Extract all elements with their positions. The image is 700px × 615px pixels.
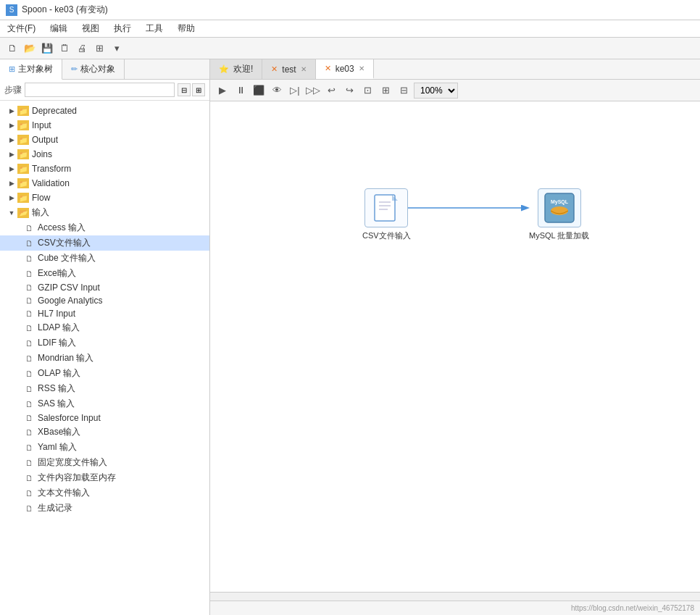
csv-input-icon (373, 193, 399, 222)
search-bar: 步骤 ⊟ ⊞ (0, 80, 209, 101)
tree-item-ldif[interactable]: 🗋 LDIF 输入 (0, 335, 209, 351)
tab-main-objects[interactable]: ⊞ 主对象树 (0, 59, 62, 80)
file-icon-file-to-memory: 🗋 (23, 473, 35, 483)
label-output: Output (32, 135, 58, 145)
csv-input-node[interactable]: CSV文件输入 (362, 188, 411, 241)
tree-item-xbase[interactable]: 🗋 XBase输入 (0, 424, 209, 440)
main-toolbar: 🗋 📂 💾 🗒 🖨 ⊞ ▾ (0, 38, 700, 59)
tree-item-access[interactable]: 🗋 Access 输入 (0, 220, 209, 235)
tree-item-ldap[interactable]: 🗋 LDAP 输入 (0, 320, 209, 335)
stop-button[interactable]: ⬛ (251, 83, 267, 99)
preview-button[interactable]: 👁 (269, 83, 285, 99)
tree-item-joins[interactable]: ▶ 📁 Joins (0, 147, 209, 162)
tab-ke03[interactable]: ✕ ke03 ✕ (316, 59, 374, 79)
toolbar-saveas[interactable]: 🗒 (57, 41, 72, 57)
file-icon-csv: 🗋 (23, 238, 35, 248)
tree-item-text-file[interactable]: 🗋 文本文件输入 (0, 485, 209, 501)
menu-tools[interactable]: 工具 (141, 21, 167, 36)
zoom-out-button[interactable]: ⊟ (396, 83, 412, 99)
tab-test-label: test (282, 64, 296, 75)
menu-view[interactable]: 视图 (78, 21, 104, 36)
tab-test[interactable]: ✕ test ✕ (262, 59, 315, 79)
menu-file[interactable]: 文件(F) (3, 21, 40, 36)
tab-test-close[interactable]: ✕ (301, 65, 307, 73)
file-icon-salesforce: 🗋 (23, 413, 35, 423)
tab-core-objects-label: 核心对象 (80, 63, 115, 75)
undo-button[interactable]: ↩ (323, 83, 339, 99)
tree-item-flow[interactable]: ▶ 📁 Flow (0, 191, 209, 205)
toolbar-new[interactable]: 🗋 (4, 41, 20, 57)
tree-item-hl7[interactable]: 🗋 HL7 Input (0, 307, 209, 320)
mysql-output-box: MySQL (538, 188, 581, 227)
tree-item-mondrian[interactable]: 🗋 Mondrian 输入 (0, 351, 209, 366)
mysql-output-node[interactable]: MySQL MySQL 批量加载 (529, 188, 589, 241)
tree-item-rss[interactable]: 🗋 RSS 输入 (0, 381, 209, 396)
toolbar-open[interactable]: 📂 (22, 41, 38, 57)
label-ldap: LDAP 输入 (38, 322, 80, 334)
search-input[interactable] (25, 83, 175, 97)
tree-item-deprecated[interactable]: ▶ 📁 Deprecated (0, 104, 209, 118)
tab-core-objects[interactable]: ✏ 核心对象 (62, 59, 125, 79)
toolbar-save[interactable]: 💾 (39, 41, 55, 57)
step-button[interactable]: ▷| (287, 83, 303, 99)
tree-item-cube[interactable]: 🗋 Cube 文件输入 (0, 251, 209, 266)
canvas-area[interactable]: CSV文件输入 MySQL MySQL 批量加载 (210, 101, 700, 592)
menu-edit[interactable]: 编辑 (46, 21, 72, 36)
toggle-input: ▶ (6, 120, 17, 131)
toggle-input-cn: ▼ (6, 207, 17, 219)
label-file-to-memory: 文件内容加载至内存 (38, 472, 116, 484)
status-right: https://blog.csdn.net/weixin_46752178 (571, 604, 694, 612)
file-icon-cube: 🗋 (23, 254, 35, 264)
tree-item-google-analytics[interactable]: 🗋 Google Analytics (0, 294, 209, 307)
canvas-hscroll[interactable] (210, 592, 700, 601)
label-access: Access 输入 (38, 222, 86, 234)
tree-item-sas[interactable]: 🗋 SAS 输入 (0, 396, 209, 411)
toolbar-dropdown[interactable]: ▾ (109, 41, 125, 57)
align-button[interactable]: ⊡ (359, 83, 375, 99)
label-excel: Excel输入 (38, 267, 76, 280)
toggle-transform: ▶ (6, 163, 17, 175)
svg-rect-2 (375, 195, 395, 221)
run-options-button[interactable]: ▷▷ (305, 83, 321, 99)
tree-item-input[interactable]: ▶ 📁 Input (0, 118, 209, 133)
label-ldif: LDIF 输入 (38, 337, 76, 349)
tree-item-validation[interactable]: ▶ 📁 Validation (0, 176, 209, 191)
tree-item-transform[interactable]: ▶ 📁 Transform (0, 162, 209, 176)
folder-icon-input: 📁 (17, 120, 29, 130)
toolbar-layers[interactable]: ⊞ (91, 41, 107, 57)
tree-item-gzip[interactable]: 🗋 GZIP CSV Input (0, 281, 209, 294)
label-olap: OLAP 输入 (38, 367, 80, 380)
tree-item-fixed-width[interactable]: 🗋 固定宽度文件输入 (0, 455, 209, 470)
app-icon: S (6, 4, 17, 16)
file-icon-ldap: 🗋 (23, 323, 35, 333)
tree-item-salesforce[interactable]: 🗋 Salesforce Input (0, 411, 209, 424)
tab-ke03-close[interactable]: ✕ (359, 64, 364, 72)
tree-item-yaml[interactable]: 🗋 Yaml 输入 (0, 440, 209, 455)
toolbar-print[interactable]: 🖨 (74, 41, 90, 57)
zoom-select[interactable]: 50% 75% 100% 125% 150% 200% (414, 83, 458, 99)
toggle-joins: ▶ (6, 148, 17, 160)
tree-item-output[interactable]: ▶ 📁 Output (0, 133, 209, 147)
search-label: 步骤 (4, 84, 22, 96)
run-button[interactable]: ▶ (214, 83, 230, 99)
tab-welcome[interactable]: ⭐ 欢迎! (210, 59, 262, 79)
expand-all-button[interactable]: ⊞ (192, 83, 205, 96)
tree-item-excel[interactable]: 🗋 Excel输入 (0, 266, 209, 281)
tree-item-olap[interactable]: 🗋 OLAP 输入 (0, 366, 209, 381)
tree-item-input-cn[interactable]: ▼ 📂 输入 (0, 205, 209, 220)
pause-button[interactable]: ⏸ (233, 83, 249, 99)
tree-item-generate-rows[interactable]: 🗋 生成记录 (0, 501, 209, 516)
svg-text:MySQL: MySQL (551, 199, 569, 205)
collapse-all-button[interactable]: ⊟ (178, 83, 191, 96)
label-mondrian: Mondrian 输入 (38, 352, 93, 364)
tree-item-file-to-memory[interactable]: 🗋 文件内容加载至内存 (0, 470, 209, 485)
menu-help[interactable]: 帮助 (173, 21, 199, 36)
folder-icon-input-cn: 📂 (17, 208, 29, 218)
file-icon-xbase: 🗋 (23, 427, 35, 438)
redo-button[interactable]: ↪ (341, 83, 357, 99)
folder-icon-output: 📁 (17, 135, 29, 145)
tree-item-csv[interactable]: 🗋 CSV文件输入 (0, 235, 209, 251)
zoom-in-button[interactable]: ⊞ (378, 83, 393, 99)
tree-container[interactable]: ▶ 📁 Deprecated ▶ 📁 Input ▶ 📁 Output ▶ 📁 … (0, 101, 209, 615)
menu-run[interactable]: 执行 (109, 21, 136, 36)
